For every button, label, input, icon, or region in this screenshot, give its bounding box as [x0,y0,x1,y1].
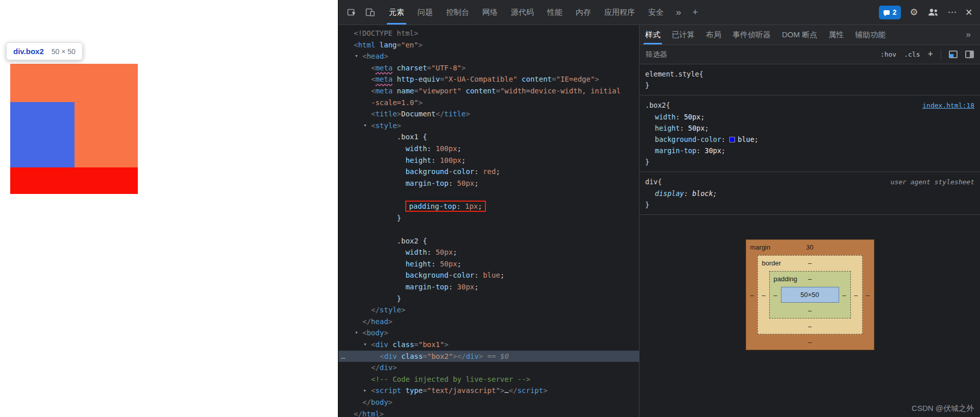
more-tabs-icon[interactable]: » [670,7,687,18]
code-line[interactable]: width: 50px; [338,247,639,258]
styles-tab-computed[interactable]: 已计算 [666,25,700,44]
code-line[interactable]: height: 50px; [338,258,639,270]
add-tab-icon[interactable]: + [687,7,704,18]
overflow-menu-icon[interactable]: ⋯ [948,8,957,17]
style-property[interactable]: display: block; [645,188,974,199]
code-line[interactable]: </style> [338,304,639,316]
code-line[interactable] [338,224,639,235]
tab-security[interactable]: 安全 [642,0,670,24]
code-line[interactable]: background-color: red; [338,166,639,178]
expand-arrow-icon[interactable]: ▾ [363,120,367,132]
new-style-rule-icon[interactable]: + [927,49,933,60]
code-line[interactable]: <meta name="viewport" content="width=dev… [338,85,639,97]
tab-elements[interactable]: 元素 [382,0,411,24]
style-property[interactable]: width: 50px; [645,111,974,122]
more-actions-icon[interactable]: … [341,351,346,362]
tab-issues[interactable]: 问题 [411,0,439,24]
tab-sources[interactable]: 源代码 [504,0,541,24]
border-left-value[interactable]: – [762,291,766,299]
padding-bottom-value[interactable]: – [808,307,812,314]
code-line[interactable]: <meta http-equiv="X-UA-Compatible" conte… [338,73,639,85]
box-model-padding[interactable]: padding – – – – 50×50 [769,271,851,318]
settings-gear-icon[interactable]: ⚙ [910,8,918,17]
margin-top-value[interactable]: 30 [806,243,813,251]
code-line[interactable]: height: 100px; [338,155,639,166]
styles-tab-event-listeners[interactable]: 事件侦听器 [727,25,776,44]
expand-arrow-icon[interactable]: ▸ [363,385,367,397]
code-line[interactable] [338,189,639,201]
code-line[interactable]: </head> [338,316,639,328]
code-line[interactable]: </div> [338,362,639,374]
style-rule[interactable]: .box2 {index.html:18width: 50px;height: … [640,95,980,172]
code-line[interactable]: <meta charset="UTF-8"> [338,62,639,74]
rule-selector[interactable]: div [645,176,657,187]
border-bottom-value[interactable]: – [808,323,812,330]
style-property[interactable]: background-color: blue; [645,134,974,145]
tab-application[interactable]: 应用程序 [598,0,642,24]
style-rule[interactable]: div {user agent stylesheetdisplay: block… [640,172,980,215]
style-property[interactable]: margin-top: 30px; [645,145,974,156]
color-swatch-icon[interactable] [729,137,735,142]
padding-top-value[interactable]: – [808,275,812,283]
code-line[interactable]: background-color: blue; [338,269,639,281]
code-line[interactable]: margin-top: 50px; [338,178,639,189]
box-model-content[interactable]: 50×50 [781,287,839,303]
style-rule[interactable]: element.style {} [640,64,980,95]
margin-left-value[interactable]: – [750,291,754,299]
tab-network[interactable]: 网络 [476,0,504,24]
stylesheet-link[interactable]: index.html:18 [916,100,974,111]
code-line[interactable]: ▾<div class="box1"> [338,339,639,351]
code-line[interactable]: ▾<style> [338,120,639,132]
code-line[interactable]: </html> [338,408,639,417]
styles-tab-layout[interactable]: 布局 [700,25,727,44]
code-line[interactable]: <!-- Code injected by live-server --> [338,374,639,385]
rule-selector[interactable]: .box2 [645,100,666,111]
styles-tab-properties[interactable]: 属性 [823,25,849,44]
profiles-icon[interactable] [927,3,939,21]
code-line[interactable]: ▾<body> [338,327,639,339]
margin-bottom-value[interactable]: – [808,338,812,346]
tab-console[interactable]: 控制台 [439,0,476,24]
code-line[interactable]: </body> [338,397,639,408]
code-line[interactable]: margin-top: 30px; [338,281,639,293]
code-line[interactable]: -scale=1.0"> [338,97,639,109]
border-top-value[interactable]: – [808,259,812,267]
styles-more-tabs-icon[interactable]: » [957,30,980,40]
expand-arrow-icon[interactable]: ▾ [355,327,358,339]
toggle-class-editor-button[interactable]: .cls [904,51,920,58]
device-toolbar-icon[interactable] [361,3,379,21]
styles-filter-input[interactable]: 筛选器 [646,50,873,59]
styles-tab-dom-breakpoints[interactable]: DOM 断点 [776,25,823,44]
margin-right-value[interactable]: – [866,291,869,299]
code-line[interactable]: ▾<head> [338,51,639,62]
tab-memory[interactable]: 内存 [569,0,598,24]
expand-arrow-icon[interactable]: ▾ [355,51,358,62]
computed-sidebar-toggle-icon[interactable] [965,51,974,58]
inspect-element-icon[interactable] [342,3,361,21]
box-model-margin[interactable]: margin 30 – – – border – – – – padding – [746,239,874,350]
code-line[interactable]: <html lang="en"> [338,39,639,51]
expand-arrow-icon[interactable]: ▾ [363,339,367,351]
rule-selector[interactable]: element.style [645,68,699,80]
feedback-badge[interactable]: 2 [879,6,901,19]
close-devtools-icon[interactable]: × [966,7,972,18]
code-line[interactable]: <title>Document</title> [338,108,639,120]
code-line[interactable]: padding-top: 1px; [338,201,639,212]
toggle-hover-state-button[interactable]: :hov [880,51,896,58]
style-property[interactable]: height: 50px; [645,122,974,134]
border-right-value[interactable]: – [854,291,857,299]
code-line[interactable]: } [338,212,639,224]
tab-performance[interactable]: 性能 [541,0,569,24]
box-model-border[interactable]: border – – – – padding – – – – 50×50 [757,255,863,334]
code-line[interactable]: ▸<script type="text/javascript">…</scrip… [338,385,639,397]
selected-dom-node[interactable]: …<div class="box2"></div> == $0 [338,351,639,362]
padding-right-value[interactable]: – [842,291,846,299]
code-line[interactable]: <!DOCTYPE html> [338,28,639,39]
code-line[interactable]: } [338,293,639,305]
code-line[interactable]: .box2 { [338,235,639,247]
styles-tab-accessibility[interactable]: 辅助功能 [849,25,891,44]
rendering-emulations-icon[interactable] [949,51,958,58]
styles-tab-styles[interactable]: 样式 [640,25,666,44]
code-line[interactable]: .box1 { [338,131,639,143]
padding-left-value[interactable]: – [774,291,777,299]
